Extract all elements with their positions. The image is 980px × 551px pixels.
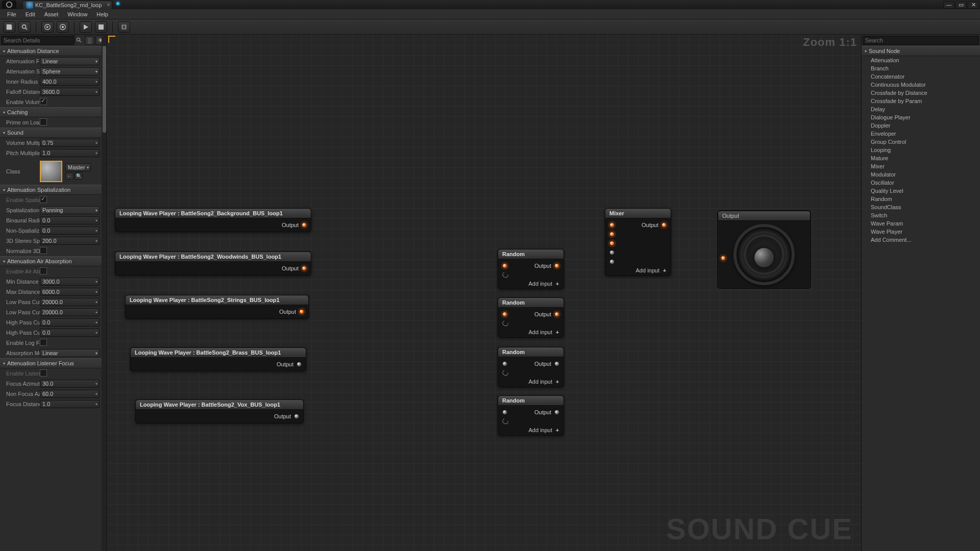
menu-edit[interactable]: Edit — [21, 10, 39, 18]
output-pin[interactable] — [302, 222, 307, 228]
palette-item[interactable]: Group Control — [862, 138, 980, 146]
palette-item[interactable]: Switch — [862, 211, 980, 219]
property-spinner[interactable]: 200.0 — [40, 237, 100, 245]
palette-item[interactable]: Branch — [862, 64, 980, 72]
property-dropdown[interactable]: Sphere — [40, 67, 100, 76]
add-input-button[interactable]: Add input+ — [501, 427, 560, 433]
property-spinner[interactable]: 0.75 — [40, 139, 100, 147]
palette-search-input[interactable] — [863, 36, 979, 45]
node-wave-player[interactable]: Looping Wave Player : BattleSong2_Backgr… — [115, 208, 311, 232]
input-pin[interactable] — [502, 361, 507, 366]
notification-icon[interactable] — [112, 1, 124, 9]
section-header[interactable]: Caching — [0, 107, 107, 117]
palette-item[interactable]: Dialogue Player — [862, 113, 980, 121]
sound-class-browse[interactable]: 🔍 — [75, 172, 83, 180]
node-wave-player[interactable]: Looping Wave Player : BattleSong2_Vox_BU… — [135, 399, 304, 423]
input-pin[interactable] — [609, 241, 615, 246]
output-pin[interactable] — [294, 414, 299, 419]
property-dropdown[interactable]: Panning — [40, 206, 100, 214]
palette-item[interactable]: Modulator — [862, 170, 980, 179]
close-tab-icon[interactable]: × — [107, 2, 110, 8]
input-pin[interactable] — [502, 263, 507, 268]
close-button[interactable]: ✕ — [968, 1, 979, 9]
node-wave-player[interactable]: Looping Wave Player : BattleSong2_Woodwi… — [115, 252, 311, 276]
palette-item[interactable]: Continuous Modulator — [862, 81, 980, 89]
node-wave-player[interactable]: Looping Wave Player : BattleSong2_String… — [125, 295, 309, 319]
node-random[interactable]: RandomOutputAdd input+ — [498, 249, 564, 289]
property-checkbox[interactable] — [40, 369, 47, 377]
node-random[interactable]: RandomOutputAdd input+ — [498, 347, 564, 387]
property-checkbox[interactable] — [40, 247, 47, 254]
property-checkbox[interactable] — [40, 339, 47, 346]
add-input-button[interactable]: Add input+ — [608, 267, 668, 273]
palette-item[interactable]: Looping — [862, 146, 980, 154]
browse-button[interactable] — [18, 21, 31, 33]
output-pin[interactable] — [554, 263, 559, 268]
property-spinner[interactable]: 20000.0 — [40, 298, 100, 306]
output-input-pin[interactable] — [721, 256, 726, 261]
play-cue-button[interactable] — [41, 21, 54, 33]
details-search-input[interactable] — [1, 36, 75, 45]
palette-item[interactable]: Wave Param — [862, 219, 980, 228]
palette-item[interactable]: SoundClass — [862, 203, 980, 211]
property-spinner[interactable]: 20000.0 — [40, 308, 100, 316]
stop-button[interactable] — [95, 21, 107, 33]
menu-file[interactable]: File — [3, 10, 20, 18]
add-input-button[interactable]: Add input+ — [501, 329, 560, 335]
section-header[interactable]: Attenuation Spatialization — [0, 185, 107, 195]
details-scrollbar[interactable] — [102, 35, 107, 551]
save-button[interactable] — [3, 21, 15, 33]
sound-class-back[interactable]: ← — [65, 172, 74, 180]
property-dropdown[interactable]: Linear — [40, 57, 100, 65]
property-spinner[interactable]: 1.0 — [40, 400, 100, 408]
property-checkbox[interactable] — [40, 196, 47, 203]
output-pin[interactable] — [662, 222, 667, 228]
property-spinner[interactable]: 0.0 — [40, 227, 100, 235]
property-spinner[interactable]: 400.0 — [40, 78, 100, 86]
menu-asset[interactable]: Asset — [40, 10, 63, 18]
input-pin[interactable] — [609, 259, 615, 264]
maximize-button[interactable]: ▭ — [955, 1, 967, 9]
input-pin[interactable] — [502, 410, 507, 415]
property-dropdown[interactable]: Linear — [40, 349, 100, 357]
property-spinner[interactable]: 1.0 — [40, 149, 100, 157]
palette-item[interactable]: Random — [862, 195, 980, 203]
section-header[interactable]: Attenuation Listener Focus — [0, 358, 107, 368]
section-header[interactable]: Attenuation Air Absorption — [0, 256, 107, 266]
sound-class-dropdown[interactable]: Master — [65, 163, 91, 171]
minimize-button[interactable]: — — [943, 1, 954, 9]
output-pin[interactable] — [554, 410, 559, 415]
palette-item[interactable]: Crossfade by Param — [862, 97, 980, 105]
palette-item[interactable]: Wave Player — [862, 228, 980, 236]
property-spinner[interactable]: 3600.0 — [40, 88, 100, 96]
palette-item[interactable]: Mixer — [862, 162, 980, 170]
node-random[interactable]: RandomOutputAdd input+ — [498, 297, 564, 338]
play-button[interactable] — [80, 21, 92, 33]
property-checkbox[interactable] — [40, 118, 47, 126]
output-pin[interactable] — [554, 312, 559, 317]
input-pin[interactable] — [609, 250, 615, 255]
palette-section-sound-node[interactable]: Sound Node — [862, 46, 980, 56]
property-spinner[interactable]: 60.0 — [40, 390, 100, 398]
palette-item[interactable]: Attenuation — [862, 56, 980, 64]
output-pin[interactable] — [297, 362, 302, 367]
property-checkbox[interactable] — [40, 267, 47, 274]
palette-item[interactable]: Crossfade by Distance — [862, 89, 980, 97]
section-header[interactable]: Attenuation Distance — [0, 46, 107, 56]
menu-help[interactable]: Help — [92, 10, 112, 18]
property-spinner[interactable]: 30.0 — [40, 380, 100, 388]
property-checkbox[interactable] — [40, 98, 47, 105]
output-pin[interactable] — [554, 361, 559, 366]
sound-cue-graph[interactable]: Zoom 1:1 SOUND CUE Looping Wave Player :… — [107, 35, 861, 551]
palette-item[interactable]: Delay — [862, 105, 980, 113]
details-view-options[interactable]: ░ — [85, 36, 95, 45]
property-spinner[interactable]: 0.0 — [40, 216, 100, 224]
property-spinner[interactable]: 3000.0 — [40, 278, 100, 286]
node-mixer[interactable]: MixerOutputAdd input+ — [605, 208, 671, 276]
palette-item[interactable]: Concatenator — [862, 72, 980, 81]
node-output[interactable]: Output — [717, 210, 811, 289]
palette-item[interactable]: Oscillator — [862, 179, 980, 187]
output-pin[interactable] — [299, 309, 304, 314]
palette-item[interactable]: Quality Level — [862, 187, 980, 195]
menu-window[interactable]: Window — [63, 10, 91, 18]
